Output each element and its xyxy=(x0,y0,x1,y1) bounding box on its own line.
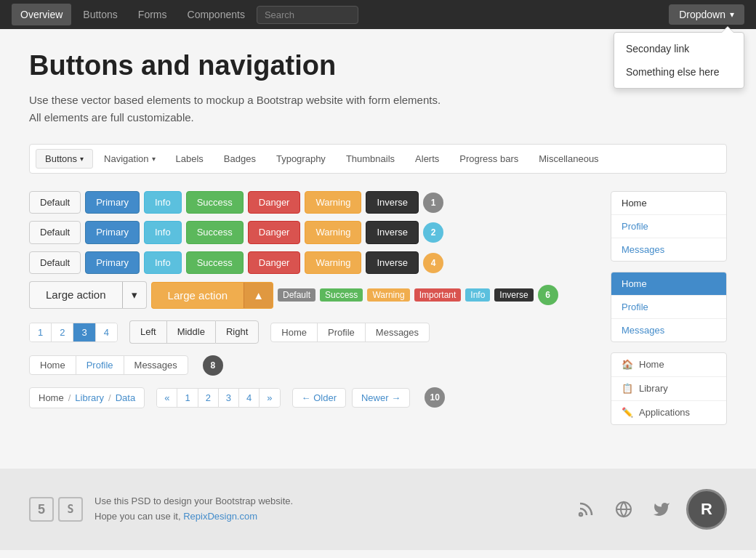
btn-info-2[interactable]: Info xyxy=(144,221,182,244)
breadcrumb-home: Home xyxy=(39,392,64,403)
sidebar-2-home[interactable]: Home xyxy=(611,272,726,296)
pager-p2[interactable]: 2 xyxy=(198,389,219,407)
nav-item-components[interactable]: Components xyxy=(179,4,254,25)
tab-typography[interactable]: Typography xyxy=(267,149,335,169)
dropdown-button[interactable]: Dropdown xyxy=(669,4,744,25)
nav-item-buttons[interactable]: Buttons xyxy=(74,4,126,25)
badge-10[interactable]: 10 xyxy=(425,387,445,408)
tab-buttons[interactable]: Buttons xyxy=(36,149,93,169)
button-row-2: Default Primary Info Success Danger Warn… xyxy=(29,221,596,244)
page-desc: Use these vector based elements to mocku… xyxy=(29,92,727,126)
nav-item-forms[interactable]: Forms xyxy=(129,4,176,25)
btn-warning-1[interactable]: Warning xyxy=(305,191,361,214)
pager-first[interactable]: « xyxy=(157,389,177,407)
badge-2[interactable]: 2 xyxy=(423,222,443,243)
tab-thumbnails[interactable]: Thumbnails xyxy=(337,149,404,169)
large-action-caret[interactable]: ▾ xyxy=(122,281,147,309)
btn-danger-1[interactable]: Danger xyxy=(248,191,301,214)
dropdown-item-secondary[interactable]: Seconday link xyxy=(614,37,744,60)
btn-inverse-1[interactable]: Inverse xyxy=(366,191,419,214)
btn-warning-3[interactable]: Warning xyxy=(305,251,361,275)
sidebar-1-home[interactable]: Home xyxy=(611,192,726,215)
large-action-main[interactable]: Large action xyxy=(29,281,122,309)
label-success: Success xyxy=(320,288,363,302)
page-desc-line1: Use these vector based elements to mocku… xyxy=(29,94,441,106)
btn-inverse-2[interactable]: Inverse xyxy=(366,221,419,244)
pill-home[interactable]: Home xyxy=(271,323,318,341)
breadcrumb-sep-1: / xyxy=(68,392,71,403)
btn-primary-3[interactable]: Primary xyxy=(85,251,140,275)
badge-4[interactable]: 4 xyxy=(423,253,443,273)
btn-default-1[interactable]: Default xyxy=(29,191,81,214)
sidebar-2-messages[interactable]: Messages xyxy=(611,319,726,341)
basketball-icon[interactable] xyxy=(611,496,637,522)
btn-danger-2[interactable]: Danger xyxy=(248,221,301,244)
breadcrumb-library[interactable]: Library xyxy=(75,392,104,403)
navbar: Overview Buttons Forms Components Dropdo… xyxy=(0,0,756,29)
dropdown-item-something[interactable]: Something else here xyxy=(614,60,744,84)
btn-success-2[interactable]: Success xyxy=(186,221,244,244)
btn-info-1[interactable]: Info xyxy=(144,191,182,214)
tab-badges[interactable]: Badges xyxy=(214,149,265,169)
sidebar-2-profile[interactable]: Profile xyxy=(611,296,726,319)
dropdown-menu: Seconday link Something else here xyxy=(614,32,744,89)
page-btn-3[interactable]: 3 xyxy=(73,323,95,341)
btn-default-2[interactable]: Default xyxy=(29,221,81,244)
sidebar-3-library[interactable]: 📋 Library xyxy=(611,377,726,401)
btn-info-3[interactable]: Info xyxy=(144,251,182,275)
footer: 5 S Use this PSD to design your Bootstra… xyxy=(0,469,756,550)
footer-link[interactable]: RepixDesign.com xyxy=(183,511,257,522)
align-left[interactable]: Left xyxy=(129,320,166,344)
sidebar-3-home[interactable]: 🏠 Home xyxy=(611,353,726,377)
btn-warning-2[interactable]: Warning xyxy=(305,221,361,244)
tab-navigation[interactable]: Navigation xyxy=(94,149,164,169)
btn-inverse-3[interactable]: Inverse xyxy=(366,251,419,275)
link-profile[interactable]: Profile xyxy=(76,356,124,374)
pager-newer[interactable]: Newer → xyxy=(352,388,410,408)
sidebar-1-messages[interactable]: Messages xyxy=(611,238,726,261)
tab-progress[interactable]: Progress bars xyxy=(450,149,528,169)
pill-tabs: Home Profile Messages xyxy=(270,323,430,342)
page-btn-4[interactable]: 4 xyxy=(96,323,117,341)
large-action-warning-caret[interactable]: ▲ xyxy=(244,282,273,309)
rss-icon[interactable] xyxy=(573,496,599,522)
pager-last[interactable]: » xyxy=(260,389,279,407)
search-input[interactable] xyxy=(257,6,358,24)
btn-default-3[interactable]: Default xyxy=(29,251,81,275)
badge-1[interactable]: 1 xyxy=(423,193,443,213)
btn-primary-1[interactable]: Primary xyxy=(85,191,140,214)
main-content: Buttons and navigation Use these vector … xyxy=(15,29,741,447)
btn-primary-2[interactable]: Primary xyxy=(85,221,140,244)
tab-labels[interactable]: Labels xyxy=(166,149,213,169)
tab-alerts[interactable]: Alerts xyxy=(406,149,449,169)
btn-success-1[interactable]: Success xyxy=(186,191,244,214)
page-btn-2[interactable]: 2 xyxy=(52,323,73,341)
tab-misc[interactable]: Miscellaneous xyxy=(529,149,608,169)
large-action-warning-main[interactable]: Large action xyxy=(151,282,244,309)
badge-6[interactable]: 6 xyxy=(538,285,558,305)
repix-logo[interactable]: R xyxy=(686,489,727,530)
badge-8[interactable]: 8 xyxy=(203,355,223,376)
nav-item-overview[interactable]: Overview xyxy=(12,4,71,25)
pager-older[interactable]: ← Older xyxy=(292,388,346,408)
sidebar-nav-3: 🏠 Home 📋 Library ✏️ Applications xyxy=(611,352,727,425)
twitter-icon[interactable] xyxy=(648,496,675,522)
sidebar-3-applications[interactable]: ✏️ Applications xyxy=(611,401,726,424)
link-messages[interactable]: Messages xyxy=(124,356,188,374)
pill-messages[interactable]: Messages xyxy=(366,323,429,341)
align-right[interactable]: Right xyxy=(215,320,259,344)
btn-danger-3[interactable]: Danger xyxy=(248,251,301,275)
pager-p3[interactable]: 3 xyxy=(219,389,239,407)
link-home[interactable]: Home xyxy=(30,356,76,374)
pager: « 1 2 3 4 » xyxy=(156,388,280,408)
pager-p4[interactable]: 4 xyxy=(239,389,260,407)
align-middle[interactable]: Middle xyxy=(166,320,215,344)
sidebar-1-profile[interactable]: Profile xyxy=(611,215,726,238)
pill-profile[interactable]: Profile xyxy=(318,323,366,341)
page-btn-1[interactable]: 1 xyxy=(30,323,52,341)
btn-success-3[interactable]: Success xyxy=(186,251,244,275)
label-inverse: Inverse xyxy=(494,288,533,302)
pager-p1[interactable]: 1 xyxy=(177,389,198,407)
footer-icons: 5 S xyxy=(29,497,83,522)
home-icon: 🏠 xyxy=(622,359,633,371)
